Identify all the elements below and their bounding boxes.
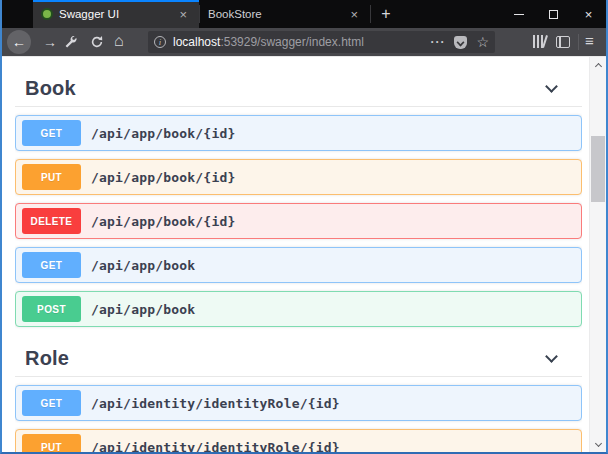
close-button[interactable]: ×	[571, 0, 606, 28]
site-info-icon[interactable]: i	[154, 36, 166, 48]
swagger-favicon-icon	[41, 8, 53, 20]
forward-icon: →	[43, 34, 57, 50]
window-controls: ×	[501, 0, 606, 28]
swagger-page: Book GET /api/app/book/{id} PUT /api/app…	[15, 57, 582, 452]
method-badge: POST	[22, 296, 81, 322]
chevron-down-icon	[594, 439, 601, 446]
tab-swagger-ui[interactable]: Swagger UI ×	[33, 0, 199, 28]
toolbar-separator	[578, 34, 579, 50]
tab-strip: Swagger UI × BookStore × +	[33, 0, 401, 28]
method-badge: DELETE	[22, 208, 81, 234]
back-button[interactable]: ←	[7, 30, 31, 54]
navigation-toolbar: ← → ⌂ i localhost:53929/swagger/index.ht…	[2, 28, 606, 56]
scroll-up-button[interactable]	[590, 57, 606, 72]
section-divider	[15, 376, 582, 377]
method-badge: PUT	[22, 164, 81, 190]
method-badge: GET	[22, 390, 81, 416]
section-header-book[interactable]: Book	[15, 75, 582, 101]
endpoint-row-get-book-id[interactable]: GET /api/app/book/{id}	[15, 115, 582, 151]
new-tab-button[interactable]: +	[371, 0, 401, 28]
method-badge: GET	[22, 252, 81, 278]
endpoint-row-post-book[interactable]: POST /api/app/book	[15, 291, 582, 327]
endpoint-path: /api/app/book/{id}	[91, 214, 235, 229]
section-divider	[15, 106, 582, 107]
endpoint-row-put-book-id[interactable]: PUT /api/app/book/{id}	[15, 159, 582, 195]
endpoint-path: /api/app/book	[91, 258, 195, 273]
method-badge: PUT	[22, 434, 81, 452]
reload-button[interactable]	[90, 35, 104, 53]
sidebar-button[interactable]	[556, 36, 570, 48]
tab-title: Swagger UI	[59, 8, 119, 20]
endpoint-row-put-role-id[interactable]: PUT /api/identity/identityRole/{id}	[15, 429, 582, 452]
endpoint-path: /api/app/book/{id}	[91, 126, 235, 141]
close-icon: ×	[585, 7, 593, 22]
url-host: localhost	[173, 35, 220, 49]
maximize-icon	[549, 10, 558, 19]
reload-icon	[90, 35, 104, 49]
devtools-button[interactable]	[64, 35, 78, 53]
endpoint-path: /api/app/book/{id}	[91, 170, 235, 185]
minimize-icon	[514, 14, 524, 15]
section-title: Book	[25, 77, 76, 100]
chevron-down-icon	[545, 350, 558, 363]
section-title: Role	[25, 347, 69, 370]
home-button[interactable]: ⌂	[114, 32, 124, 50]
endpoint-path: /api/identity/identityRole/{id}	[91, 396, 340, 411]
tab-bookstore[interactable]: BookStore ×	[200, 0, 370, 28]
minimize-button[interactable]	[501, 0, 536, 28]
scroll-down-button[interactable]	[590, 437, 606, 452]
wrench-icon	[64, 35, 78, 49]
page-actions-icon[interactable]: ···	[430, 35, 445, 49]
url-text: localhost:53929/swagger/index.html	[173, 35, 364, 49]
vertical-scrollbar[interactable]	[589, 57, 606, 452]
urlbar-actions: ··· ☆	[430, 35, 489, 49]
endpoint-path: /api/app/book	[91, 302, 195, 317]
tab-title: BookStore	[208, 8, 262, 20]
forward-button[interactable]: →	[38, 34, 62, 50]
endpoint-row-get-role-id[interactable]: GET /api/identity/identityRole/{id}	[15, 385, 582, 421]
section-header-role[interactable]: Role	[15, 345, 582, 371]
endpoint-path: /api/identity/identityRole/{id}	[91, 440, 340, 453]
pocket-icon[interactable]	[454, 36, 467, 49]
library-icon	[533, 35, 535, 48]
url-path: :53929/swagger/index.html	[220, 35, 363, 49]
scrollbar-thumb[interactable]	[591, 136, 605, 202]
endpoint-row-get-book-list[interactable]: GET /api/app/book	[15, 247, 582, 283]
method-badge: GET	[22, 120, 81, 146]
back-icon: ←	[12, 34, 26, 50]
tab-close-icon[interactable]: ×	[346, 6, 362, 23]
home-icon: ⌂	[114, 32, 124, 49]
library-button[interactable]	[532, 35, 548, 49]
url-bar[interactable]: i localhost:53929/swagger/index.html ···…	[148, 31, 495, 53]
chevron-down-icon	[545, 80, 558, 93]
bookmark-star-icon[interactable]: ☆	[476, 35, 489, 49]
page-content: Book GET /api/app/book/{id} PUT /api/app…	[2, 56, 606, 452]
maximize-button[interactable]	[536, 0, 571, 28]
tab-close-icon[interactable]: ×	[175, 6, 191, 23]
browser-window: Swagger UI × BookStore × + × ←	[0, 0, 608, 454]
endpoint-row-delete-book-id[interactable]: DELETE /api/app/book/{id}	[15, 203, 582, 239]
title-bar: Swagger UI × BookStore × + ×	[2, 0, 606, 28]
hamburger-icon: ≡	[585, 32, 594, 49]
chevron-up-icon	[594, 62, 601, 69]
menu-button[interactable]: ≡	[585, 32, 594, 49]
